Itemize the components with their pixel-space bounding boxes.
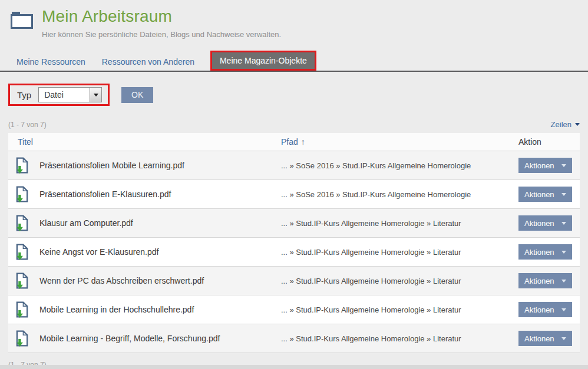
column-header-aktion: Aktion xyxy=(513,137,580,147)
chevron-down-icon xyxy=(561,308,566,311)
aktionen-button[interactable]: Aktionen xyxy=(518,187,572,202)
header-text: Mein Arbeitsraum Hier können Sie persönl… xyxy=(42,7,281,39)
page-title: Mein Arbeitsraum xyxy=(42,7,281,26)
aktionen-button-label: Aktionen xyxy=(524,161,554,170)
chevron-down-icon xyxy=(575,123,580,126)
aktionen-button[interactable]: Aktionen xyxy=(518,273,572,288)
file-download-icon xyxy=(15,185,29,203)
column-header-pfad-label: Pfad xyxy=(281,137,298,147)
file-title[interactable]: Präsentationsfolien Mobile Learning.pdf xyxy=(39,161,184,170)
workspace-page: Mein Arbeitsraum Hier können Sie persönl… xyxy=(0,0,588,369)
file-title[interactable]: Mobile Learning in der Hochschullehre.pd… xyxy=(39,305,194,314)
select-dropdown-arrow-icon[interactable] xyxy=(90,88,101,102)
action-cell: Aktionen xyxy=(513,273,580,288)
rows-per-page-label: Zeilen xyxy=(551,120,572,129)
result-count-top: (1 - 7 von 7) xyxy=(8,121,47,129)
folder-icon xyxy=(9,11,34,31)
table-row: Keine Angst vor E-Klausuren.pdf ... » St… xyxy=(8,238,580,267)
file-title-cell: Mobile Learning - Begriff, Modelle, Fors… xyxy=(8,330,281,347)
type-filter-label: Typ xyxy=(17,90,31,100)
file-title-cell: Mobile Learning in der Hochschullehre.pd… xyxy=(8,301,281,318)
file-download-icon xyxy=(15,301,29,318)
tab-bar: Meine Ressourcen Ressourcen von Anderen … xyxy=(0,51,588,72)
action-cell: Aktionen xyxy=(513,302,580,317)
aktionen-button[interactable]: Aktionen xyxy=(518,215,572,231)
sort-ascending-icon: ↑ xyxy=(301,137,305,147)
page-subtitle: Hier können Sie persönliche Dateien, Blo… xyxy=(42,30,281,39)
aktionen-button-label: Aktionen xyxy=(524,190,554,199)
file-title[interactable]: Klausur am Computer.pdf xyxy=(39,218,133,228)
chevron-down-icon xyxy=(561,193,566,196)
chevron-down-icon xyxy=(561,280,566,282)
page-header: Mein Arbeitsraum Hier können Sie persönl… xyxy=(0,0,588,39)
file-path: ... » SoSe 2016 » Stud.IP-Kurs Allgemein… xyxy=(281,161,513,170)
aktionen-button[interactable]: Aktionen xyxy=(518,158,572,173)
file-download-icon xyxy=(15,214,29,232)
table-row: Mobile Learning - Begriff, Modelle, Fors… xyxy=(8,324,580,353)
type-select-value: Datei xyxy=(39,88,90,102)
type-select[interactable]: Datei xyxy=(38,87,102,102)
pagination-row-top: (1 - 7 von 7) Zeilen xyxy=(8,120,580,129)
file-title[interactable]: Präsentationsfolien E-Klausuren.pdf xyxy=(39,190,171,199)
files-table: Titel Pfad↑ Aktion Präsentationsfolien M… xyxy=(8,133,580,353)
table-row: Mobile Learning in der Hochschullehre.pd… xyxy=(8,295,580,324)
file-title-cell: Präsentationsfolien E-Klausuren.pdf xyxy=(8,185,281,203)
column-header-titel[interactable]: Titel xyxy=(8,137,281,147)
tab-meine-magazin-objekte[interactable]: Meine Magazin-Objekte xyxy=(210,51,316,71)
chevron-down-icon xyxy=(561,337,566,340)
table-header-row: Titel Pfad↑ Aktion xyxy=(8,133,580,151)
chevron-down-icon xyxy=(561,251,566,254)
action-cell: Aktionen xyxy=(513,187,580,202)
aktionen-button[interactable]: Aktionen xyxy=(518,331,572,346)
aktionen-button[interactable]: Aktionen xyxy=(518,302,572,317)
action-cell: Aktionen xyxy=(513,215,580,231)
file-path: ... » Stud.IP-Kurs Allgemeine Homerologi… xyxy=(281,248,513,257)
filter-bar: Typ Datei OK xyxy=(8,84,588,106)
file-title-cell: Wenn der PC das Abschreiben erschwert.pd… xyxy=(8,272,281,290)
file-path: ... » SoSe 2016 » Stud.IP-Kurs Allgemein… xyxy=(281,190,513,199)
aktionen-button-label: Aktionen xyxy=(524,334,554,343)
bottom-scrollbar-track[interactable] xyxy=(0,365,588,369)
file-path: ... » Stud.IP-Kurs Allgemeine Homerologi… xyxy=(281,277,513,285)
file-title[interactable]: Keine Angst vor E-Klausuren.pdf xyxy=(39,247,158,257)
file-download-icon xyxy=(15,330,29,347)
action-cell: Aktionen xyxy=(513,331,580,346)
action-cell: Aktionen xyxy=(513,244,580,260)
table-row: Präsentationsfolien Mobile Learning.pdf … xyxy=(8,151,580,180)
file-title[interactable]: Wenn der PC das Abschreiben erschwert.pd… xyxy=(39,276,204,285)
rows-per-page-dropdown[interactable]: Zeilen xyxy=(551,120,580,129)
ok-button[interactable]: OK xyxy=(121,87,153,103)
table-row: Klausur am Computer.pdf ... » Stud.IP-Ku… xyxy=(8,209,580,238)
file-title-cell: Klausur am Computer.pdf xyxy=(8,214,281,232)
tab-meine-ressourcen[interactable]: Meine Ressourcen xyxy=(8,53,94,71)
file-path: ... » Stud.IP-Kurs Allgemeine Homerologi… xyxy=(281,334,513,343)
column-header-pfad[interactable]: Pfad↑ xyxy=(281,137,513,147)
file-title-cell: Keine Angst vor E-Klausuren.pdf xyxy=(8,243,281,261)
aktionen-button-label: Aktionen xyxy=(524,277,554,285)
file-download-icon xyxy=(15,272,29,290)
file-title-cell: Präsentationsfolien Mobile Learning.pdf xyxy=(8,157,281,174)
aktionen-button[interactable]: Aktionen xyxy=(518,244,572,260)
type-filter-annotation-box: Typ Datei xyxy=(8,84,110,106)
file-download-icon xyxy=(15,243,29,261)
file-download-icon xyxy=(15,157,29,174)
aktionen-button-label: Aktionen xyxy=(524,219,554,228)
file-path: ... » Stud.IP-Kurs Allgemeine Homerologi… xyxy=(281,219,513,228)
action-cell: Aktionen xyxy=(513,158,580,173)
file-title[interactable]: Mobile Learning - Begriff, Modelle, Fors… xyxy=(39,334,220,343)
aktionen-button-label: Aktionen xyxy=(524,305,554,314)
aktionen-button-label: Aktionen xyxy=(524,248,554,257)
file-path: ... » Stud.IP-Kurs Allgemeine Homerologi… xyxy=(281,305,513,314)
chevron-down-icon xyxy=(561,222,566,225)
table-row: Wenn der PC das Abschreiben erschwert.pd… xyxy=(8,267,580,295)
chevron-down-icon xyxy=(561,164,566,167)
table-row: Präsentationsfolien E-Klausuren.pdf ... … xyxy=(8,180,580,209)
tab-ressourcen-von-anderen[interactable]: Ressourcen von Anderen xyxy=(94,53,203,71)
